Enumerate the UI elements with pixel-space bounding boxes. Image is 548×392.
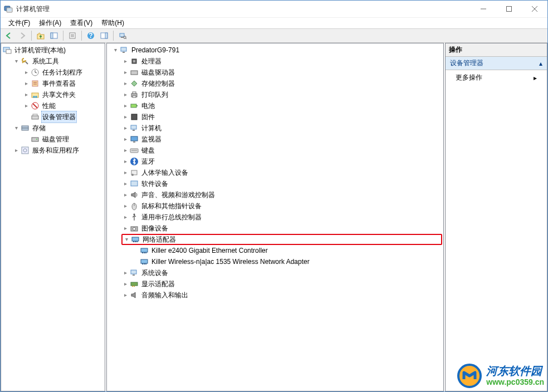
- chevron-right-icon[interactable]: ▸: [121, 180, 129, 188]
- svg-point-66: [133, 228, 136, 231]
- menu-help[interactable]: 帮助(H): [97, 17, 129, 29]
- svg-rect-79: [131, 270, 136, 274]
- chevron-down-icon[interactable]: ▾: [123, 236, 130, 243]
- chevron-right-icon[interactable]: ▸: [121, 68, 129, 76]
- chevron-right-icon[interactable]: ▸: [121, 158, 129, 165]
- chevron-right-icon[interactable]: ▸: [22, 80, 30, 87]
- tb-show-hide-tree-button[interactable]: [48, 30, 60, 42]
- chevron-right-icon[interactable]: ▸: [121, 269, 129, 277]
- chevron-right-icon[interactable]: ▸: [121, 291, 129, 299]
- tb-back-button[interactable]: [3, 30, 15, 42]
- device-display[interactable]: ▸显示适配器: [121, 278, 442, 290]
- chevron-right-icon[interactable]: ▸: [121, 202, 129, 210]
- chevron-right-icon[interactable]: ▸: [121, 57, 129, 65]
- chevron-right-icon[interactable]: ▸: [22, 91, 30, 99]
- device-firmware[interactable]: ▸固件: [121, 111, 442, 122]
- chevron-right-icon[interactable]: ▸: [121, 213, 129, 221]
- node-computer-management[interactable]: 计算机管理(本地): [2, 45, 104, 56]
- svg-rect-52: [131, 125, 136, 129]
- chevron-right-icon[interactable]: ▸: [121, 280, 129, 288]
- disk-icon: [31, 135, 40, 144]
- svg-rect-9: [51, 33, 53, 38]
- device-software[interactable]: ▸软件设备: [121, 178, 442, 189]
- node-performance[interactable]: ▸性能: [22, 100, 104, 111]
- close-button[interactable]: [522, 1, 547, 17]
- chevron-down-icon[interactable]: ▾: [12, 124, 20, 132]
- device-keyboard[interactable]: ▸键盘: [121, 145, 442, 156]
- device-tree[interactable]: ▾PredatorG9-791 ▸处理器 ▸磁盘驱动器 ▸存储控制器 ▸打印队列…: [107, 43, 443, 302]
- device-bluetooth[interactable]: ▸蓝牙: [121, 156, 442, 167]
- device-imaging[interactable]: ▸图像设备: [121, 223, 442, 234]
- svg-rect-81: [131, 282, 138, 286]
- actions-pane-context[interactable]: 设备管理器 ▴: [446, 57, 547, 70]
- minimize-button[interactable]: [471, 1, 496, 17]
- actions-more[interactable]: 更多操作 ▸: [446, 70, 547, 85]
- device-print-queue[interactable]: ▸打印队列: [121, 89, 442, 100]
- chevron-right-icon[interactable]: ▸: [121, 113, 129, 121]
- tb-help-button[interactable]: ?: [85, 30, 97, 42]
- device-network-highlighted[interactable]: ▾网络适配器: [121, 234, 442, 245]
- chevron-right-icon[interactable]: ▸: [22, 68, 30, 76]
- svg-rect-39: [22, 147, 28, 154]
- scope-pane[interactable]: 计算机管理(本地) ▾ 系统工具 ▸任务计划程序 ▸事件查看器 ▸共享文件夹 ▸…: [1, 43, 105, 391]
- node-task-scheduler[interactable]: ▸任务计划程序: [22, 67, 104, 78]
- scope-tree[interactable]: 计算机管理(本地) ▾ 系统工具 ▸任务计划程序 ▸事件查看器 ▸共享文件夹 ▸…: [1, 43, 105, 157]
- shared-folder-icon: [31, 90, 40, 99]
- node-device-manager[interactable]: ▸设备管理器: [22, 111, 104, 122]
- chevron-right-icon[interactable]: ▸: [121, 224, 129, 232]
- chevron-right-icon[interactable]: ▸: [121, 169, 129, 177]
- chevron-right-icon[interactable]: ▸: [121, 102, 129, 110]
- svg-text:?: ?: [89, 32, 92, 40]
- chevron-right-icon[interactable]: ▸: [121, 80, 129, 87]
- svg-rect-42: [123, 52, 125, 53]
- chevron-right-icon[interactable]: ▸: [22, 102, 30, 110]
- maximize-button[interactable]: [496, 1, 522, 17]
- device-audio-io[interactable]: ▸音频输入和输出: [121, 290, 442, 301]
- device-mouse[interactable]: ▸鼠标和其他指针设备: [121, 200, 442, 212]
- chevron-right-icon[interactable]: ▸: [121, 146, 129, 154]
- chevron-right-icon[interactable]: ▸: [121, 91, 129, 99]
- menu-action[interactable]: 操作(A): [35, 17, 66, 29]
- device-computer[interactable]: ▸计算机: [121, 122, 442, 134]
- device-usb[interactable]: ▸通用串行总线控制器: [121, 212, 442, 223]
- node-system-tools[interactable]: ▾ 系统工具: [12, 56, 104, 67]
- device-cpu[interactable]: ▸处理器: [121, 56, 442, 67]
- tb-action-pane-button[interactable]: [98, 30, 110, 42]
- device-net-killer-wireless[interactable]: ▸Killer Wireless-n|a|ac 1535 Wireless Ne…: [131, 256, 442, 267]
- node-services-apps[interactable]: ▸服务和应用程序: [12, 145, 104, 156]
- toolbar: ?: [1, 28, 547, 43]
- chevron-down-icon[interactable]: ▾: [12, 57, 20, 65]
- tb-up-button[interactable]: [35, 30, 47, 42]
- device-net-killer-ethernet[interactable]: ▸Killer e2400 Gigabit Ethernet Controlle…: [131, 245, 442, 256]
- svg-rect-83: [134, 286, 135, 287]
- chevron-right-icon[interactable]: ▸: [121, 135, 129, 143]
- device-root[interactable]: ▾PredatorG9-791: [111, 45, 442, 56]
- svg-rect-54: [131, 136, 138, 141]
- chevron-right-icon[interactable]: ▸: [121, 191, 129, 199]
- chevron-right-icon[interactable]: ▸: [12, 146, 20, 154]
- menu-view[interactable]: 查看(V): [66, 17, 97, 29]
- tb-properties-button[interactable]: [66, 30, 79, 42]
- result-pane[interactable]: ▾PredatorG9-791 ▸处理器 ▸磁盘驱动器 ▸存储控制器 ▸打印队列…: [106, 43, 444, 391]
- menu-file[interactable]: 文件(F): [4, 17, 35, 29]
- tb-forward-button[interactable]: [16, 30, 28, 42]
- node-disk-management[interactable]: ▸磁盘管理: [22, 134, 104, 145]
- battery-icon: [130, 101, 139, 110]
- actions-pane: 操作 设备管理器 ▴ 更多操作 ▸: [445, 43, 547, 391]
- svg-rect-18: [120, 33, 124, 37]
- svg-rect-25: [32, 81, 38, 86]
- chevron-down-icon[interactable]: ▾: [111, 46, 119, 54]
- device-battery[interactable]: ▸电池: [121, 100, 442, 111]
- device-hid[interactable]: ▸人体学输入设备: [121, 167, 442, 178]
- device-disk-drive[interactable]: ▸磁盘驱动器: [121, 67, 442, 78]
- node-storage[interactable]: ▾ 存储: [12, 122, 104, 134]
- device-sound[interactable]: ▸声音、视频和游戏控制器: [121, 189, 442, 200]
- device-monitor[interactable]: ▸监视器: [121, 134, 442, 145]
- node-shared-folders[interactable]: ▸共享文件夹: [22, 89, 104, 100]
- device-system[interactable]: ▸系统设备: [121, 267, 442, 278]
- node-event-viewer[interactable]: ▸事件查看器: [22, 78, 104, 89]
- device-storage-controller[interactable]: ▸存储控制器: [121, 78, 442, 89]
- tb-scan-hardware-button[interactable]: [116, 30, 129, 42]
- svg-rect-49: [131, 104, 136, 107]
- chevron-right-icon[interactable]: ▸: [121, 124, 129, 132]
